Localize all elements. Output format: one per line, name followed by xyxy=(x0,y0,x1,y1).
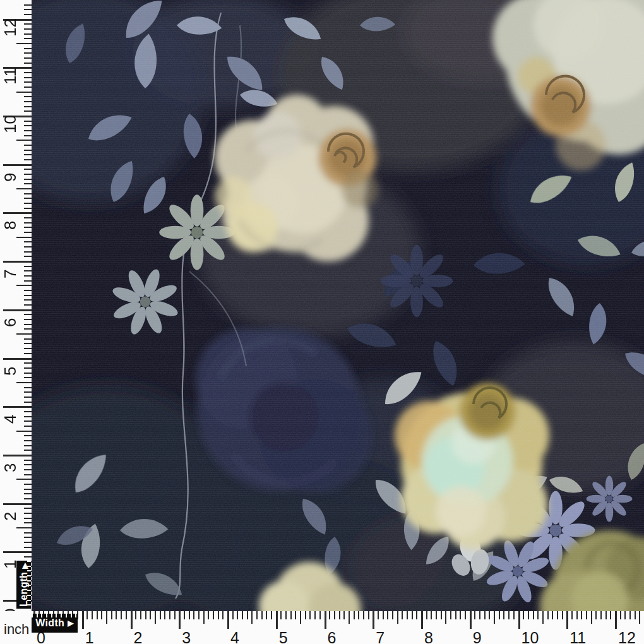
ruler-tick xyxy=(247,611,248,619)
ruler-tick xyxy=(595,611,597,619)
ruler-tick xyxy=(392,611,393,619)
ruler-number: 6 xyxy=(2,318,18,326)
ruler-tick xyxy=(24,513,32,514)
ruler-number: 3 xyxy=(182,630,191,644)
ruler-tick xyxy=(24,348,32,349)
ruler-tick xyxy=(24,266,32,267)
ruler-tick xyxy=(624,611,626,619)
ruler-tick xyxy=(3,164,32,166)
ruler-tick xyxy=(295,611,296,619)
length-label-badge: Length ▶ xyxy=(16,561,31,609)
ruler-number: 4 xyxy=(230,630,239,644)
ruler-tick xyxy=(276,611,278,629)
ruler-tick xyxy=(16,285,32,286)
ruler-tick xyxy=(111,611,112,619)
ruler-tick xyxy=(24,208,32,209)
ruler-number: 3 xyxy=(2,463,18,472)
ruler-tick xyxy=(329,611,330,619)
ruler-tick xyxy=(24,469,32,470)
ruler-tick xyxy=(16,43,32,44)
ruler-tick xyxy=(16,431,32,432)
right-arrow-icon: ▶ xyxy=(68,619,74,627)
ruler-tick xyxy=(343,611,345,619)
ruler-tick xyxy=(24,14,32,15)
ruler-tick xyxy=(24,169,32,170)
ruler-number: 5 xyxy=(2,366,18,375)
ruler-tick xyxy=(450,611,451,619)
ruler-tick xyxy=(24,203,32,204)
ruler-tick xyxy=(24,125,32,126)
ruler-tick xyxy=(24,484,32,485)
ruler-tick xyxy=(24,373,32,374)
ruler-tick xyxy=(24,522,32,523)
ruler-tick xyxy=(198,611,200,619)
ruler-tick xyxy=(3,503,32,505)
ruler-number: 12 xyxy=(2,18,18,37)
ruler-tick xyxy=(106,611,107,624)
ruler-tick xyxy=(24,324,32,325)
ruler-tick xyxy=(3,358,32,360)
ruler-tick xyxy=(489,611,490,619)
ruler-tick xyxy=(24,328,32,330)
ruler-tick xyxy=(24,9,32,10)
ruler-tick xyxy=(24,4,32,6)
fabric-photo xyxy=(32,0,644,611)
ruler-tick xyxy=(426,611,427,619)
ruler-tick xyxy=(16,237,32,238)
ruler-tick xyxy=(174,611,176,619)
width-label: Width xyxy=(35,617,64,629)
ruler-tick xyxy=(484,611,486,619)
ruler-tick xyxy=(237,611,238,619)
ruler-tick xyxy=(537,611,539,619)
ruler-tick xyxy=(16,333,32,335)
ruler-tick xyxy=(24,420,32,422)
ruler-tick xyxy=(24,402,32,403)
ruler-tick xyxy=(610,611,611,619)
ruler-tick xyxy=(358,611,359,619)
ruler-tick xyxy=(24,222,32,224)
ruler-number: 4 xyxy=(2,415,18,424)
ruler-tick xyxy=(24,290,32,291)
ruler-tick xyxy=(605,611,607,619)
ruler-tick xyxy=(24,96,32,97)
ruler-number: 6 xyxy=(328,630,337,644)
ruler-tick xyxy=(135,611,136,619)
ruler-number: 1 xyxy=(85,630,94,644)
ruler-tick xyxy=(309,611,311,619)
ruler-tick xyxy=(499,611,500,619)
ruler-tick xyxy=(218,611,219,619)
ruler-tick xyxy=(557,611,558,619)
ruler-tick xyxy=(383,611,384,619)
ruler-tick xyxy=(503,611,504,619)
ruler-tick xyxy=(266,611,267,619)
ruler-tick xyxy=(16,527,32,528)
ruler-tick xyxy=(140,611,141,619)
ruler-tick xyxy=(290,611,292,619)
ruler-tick xyxy=(24,33,32,35)
ruler-tick xyxy=(24,464,32,465)
ruler-tick xyxy=(600,611,602,619)
ruler-tick xyxy=(513,611,515,619)
ruler-tick xyxy=(591,611,592,624)
ruler-tick xyxy=(285,611,287,619)
ruler-tick xyxy=(508,611,510,619)
ruler-tick xyxy=(620,611,621,619)
ruler-tick xyxy=(494,611,495,624)
fabric-scale-preview: 0123456789101112 0123456789101112 Length… xyxy=(0,0,644,644)
ruler-tick xyxy=(97,611,98,619)
ruler-tick xyxy=(445,611,446,624)
ruler-tick xyxy=(179,611,181,629)
ruler-number: 7 xyxy=(2,270,18,278)
ruler-tick xyxy=(16,479,32,480)
ruler-tick xyxy=(339,611,340,619)
ruler-tick xyxy=(523,611,524,619)
ruler-tick xyxy=(24,77,32,78)
ruler-tick xyxy=(24,154,32,155)
ruler-tick xyxy=(635,611,636,619)
ruler-tick xyxy=(24,174,32,175)
ruler-tick xyxy=(24,474,32,475)
ruler-tick xyxy=(436,611,437,619)
ruler-tick xyxy=(24,295,32,296)
ruler-tick xyxy=(86,611,88,619)
ruler-tick xyxy=(184,611,185,619)
